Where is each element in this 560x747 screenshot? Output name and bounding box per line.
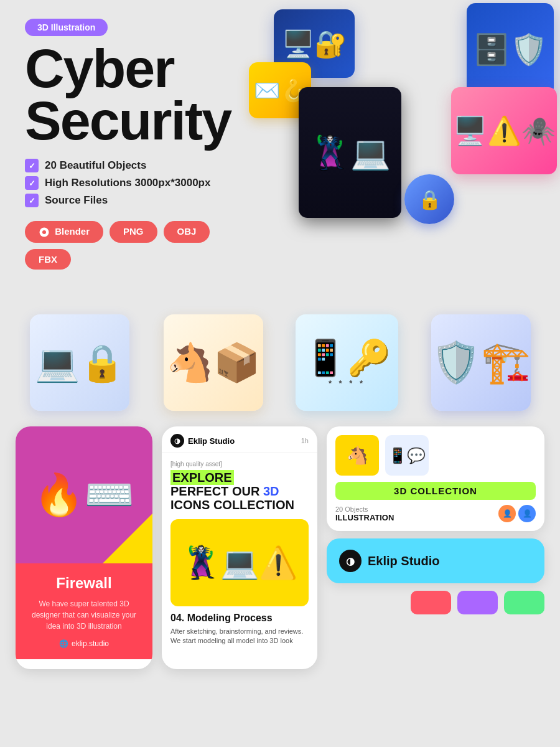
- collection-info-text: 20 Objects ILLUSTRATION: [335, 505, 394, 522]
- illus-monitor-fingerprint: 🖥️🔐: [274, 9, 355, 78]
- firewall-title: Firewall: [27, 575, 141, 592]
- 3d-objects-row: 💻🔒 🐴📦 📱🔑 * * * * 🛡️🏗️: [0, 311, 560, 414]
- firewall-card: 🔥⌨️ Firewall We have super talented 3D d…: [16, 426, 152, 669]
- explore-logo-icon: ◑: [170, 434, 184, 448]
- illus-padlock: 🔒: [404, 174, 454, 224]
- illus-hacker-figure: 🦹💻: [299, 87, 401, 218]
- features-list: ✓ 20 Beautiful Objects ✓ High Resolution…: [25, 159, 261, 207]
- svg-point-1: [42, 230, 46, 234]
- firewall-card-content: Firewall We have super talented 3D desig…: [16, 563, 152, 659]
- avatar-2: 👤: [518, 505, 536, 522]
- format-fbx[interactable]: FBX: [25, 249, 71, 270]
- explore-step-desc: After sketching, brainstorming, and revi…: [170, 627, 309, 646]
- explore-card-body: [high quality asset] EXPLORE PERFECT OUR…: [162, 453, 317, 654]
- check-icon-1: ✓: [25, 159, 39, 172]
- avatar-1: 👤: [498, 505, 516, 522]
- illus-server-rack: 🗄️🛡️: [467, 3, 554, 96]
- eklip-logo-row: ◑ Eklip Studio: [339, 550, 532, 572]
- top-section: 3D Illustration Cyber Security ✓ 20 Beau…: [0, 0, 560, 311]
- eklip-logo-icon: ◑: [339, 550, 362, 572]
- explore-highlight-text: EXPLORE: [170, 470, 234, 485]
- swatch-purple: [457, 591, 498, 614]
- 3d-laptop-binary: 💻🔒: [25, 311, 134, 414]
- feature-item-2: ✓ High Resolutions 3000px*3000px: [25, 176, 261, 190]
- 3d-shield-server: 🛡️🏗️: [426, 311, 535, 414]
- illustrations-area: 🖥️🔐 🗄️🛡️ ✉️🪝 🦹💻 🖥️⚠️🕷️ 🔒: [236, 0, 560, 311]
- format-badges-row: Blender PNG OBJ FBX: [25, 221, 261, 270]
- collection-thumb-phone: 📱💬: [385, 435, 429, 476]
- collection-card: 🐴 📱💬 3D COLLECTION 20 Objects ILLUSTRATI…: [327, 426, 544, 531]
- explore-brand: ◑ Eklip Studio: [170, 434, 235, 448]
- feature-item-3: ✓ Source Files: [25, 194, 261, 207]
- 3d-trojan-horse: 🐴📦: [159, 311, 268, 414]
- explore-quality-tag: [high quality asset]: [170, 461, 309, 467]
- firewall-website: 🌐 eklip.studio: [27, 639, 141, 648]
- globe-icon: 🌐: [59, 639, 68, 648]
- color-swatches-row: [327, 591, 544, 614]
- bottom-section: 🔥⌨️ Firewall We have super talented 3D d…: [0, 420, 560, 682]
- swatch-green: [504, 591, 544, 614]
- collection-thumb-trojan: 🐴: [335, 435, 379, 476]
- explore-card: ◑ Eklip Studio 1h [high quality asset] E…: [162, 426, 317, 669]
- firewall-description: We have super talented 3D designer that …: [27, 598, 141, 632]
- feature-item-1: ✓ 20 Beautiful Objects: [25, 159, 261, 172]
- illus-virus-monitor: 🖥️⚠️🕷️: [451, 87, 557, 174]
- collection-3d-badge: 3D COLLECTION: [335, 482, 536, 500]
- explore-hacker-image: 🦹💻⚠️: [170, 519, 309, 606]
- format-obj[interactable]: OBJ: [164, 221, 210, 243]
- explore-main-title: EXPLORE PERFECT OUR 3D ICONS COLLECTION: [170, 471, 309, 512]
- collection-thumbnails: 🐴 📱💬: [335, 435, 536, 476]
- swatch-red: [411, 591, 451, 614]
- main-title: Cyber Security: [25, 42, 261, 146]
- right-column: 🐴 📱💬 3D COLLECTION 20 Objects ILLUSTRATI…: [327, 426, 544, 614]
- collection-footer: 20 Objects ILLUSTRATION 👤 👤: [335, 505, 536, 522]
- collection-avatars: 👤 👤: [498, 505, 536, 522]
- check-icon-3: ✓: [25, 194, 39, 207]
- eklip-studio-name: Eklip Studio: [368, 554, 440, 568]
- firewall-card-image: 🔥⌨️: [16, 426, 152, 563]
- firewall-triangle-decoration: [103, 514, 152, 563]
- explore-step-title: 04. Modeling Process: [170, 613, 309, 624]
- check-icon-2: ✓: [25, 176, 39, 190]
- 3d-phone-password: 📱🔑 * * * *: [292, 311, 401, 414]
- format-png[interactable]: PNG: [110, 221, 157, 243]
- explore-time: 1h: [301, 437, 309, 444]
- badge-3d-illustration: 3D Illustration: [25, 19, 108, 36]
- eklip-studio-card: ◑ Eklip Studio: [327, 538, 544, 583]
- format-blender[interactable]: Blender: [25, 221, 103, 243]
- explore-card-header: ◑ Eklip Studio 1h: [162, 426, 317, 453]
